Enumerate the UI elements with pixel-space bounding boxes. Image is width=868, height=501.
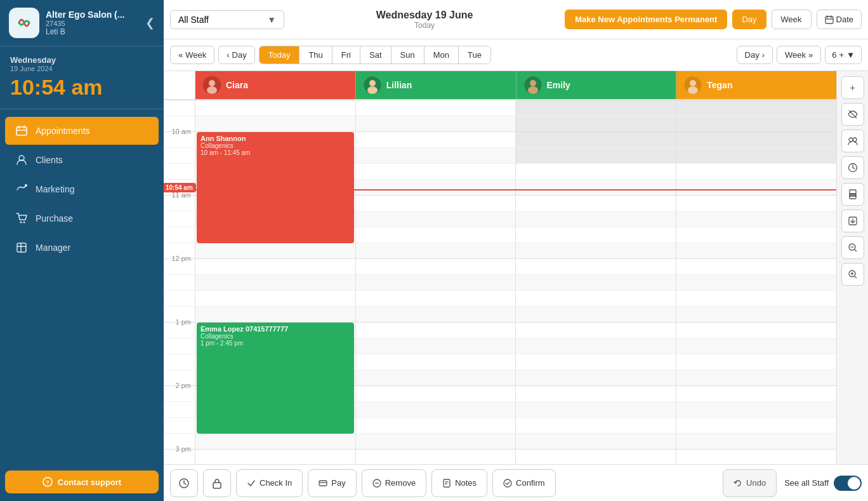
time-slot[interactable] xyxy=(356,275,516,291)
time-slot[interactable] xyxy=(195,100,355,116)
see-all-staff-toggle[interactable] xyxy=(834,476,862,491)
time-slot[interactable] xyxy=(676,338,837,354)
hide-button[interactable] xyxy=(841,103,864,126)
time-slot[interactable] xyxy=(676,323,837,338)
time-slot[interactable] xyxy=(195,450,355,464)
time-slot[interactable] xyxy=(516,243,676,259)
time-slot[interactable] xyxy=(676,132,837,148)
tab-tue[interactable]: Tue xyxy=(459,46,490,63)
time-slot[interactable] xyxy=(516,180,676,196)
print-button[interactable] xyxy=(841,183,864,206)
sidebar-item-clients[interactable]: Clients xyxy=(5,146,159,174)
tab-sat[interactable]: Sat xyxy=(360,46,391,63)
time-slot[interactable] xyxy=(356,386,516,402)
make-permanent-button[interactable]: Make New Appointments Permanent xyxy=(565,10,727,29)
tab-mon[interactable]: Mon xyxy=(424,46,459,63)
appointment[interactable]: Emma Lopez 07415777777Collagenics1 pm - … xyxy=(197,323,354,434)
nav-day-fwd-button[interactable]: Day › xyxy=(737,46,773,64)
time-slot[interactable] xyxy=(676,243,837,259)
sidebar-item-purchase[interactable]: Purchase xyxy=(5,204,159,232)
time-slot[interactable] xyxy=(676,434,837,450)
time-slot[interactable] xyxy=(676,402,837,418)
time-slot[interactable] xyxy=(516,354,676,370)
date-button[interactable]: Date xyxy=(817,10,862,29)
lock-icon-button[interactable] xyxy=(203,469,231,497)
time-slot[interactable] xyxy=(516,275,676,291)
tab-fri[interactable]: Fri xyxy=(332,46,360,63)
time-slot[interactable] xyxy=(195,275,355,291)
pay-button[interactable]: Pay xyxy=(308,469,356,497)
sidebar-item-manager[interactable]: Manager xyxy=(5,234,159,262)
view-week-button[interactable]: Week xyxy=(772,10,812,29)
time-slot[interactable] xyxy=(676,450,837,464)
notes-button[interactable]: Notes xyxy=(431,469,487,497)
time-slot[interactable] xyxy=(356,116,516,132)
check-in-button[interactable]: Check In xyxy=(236,469,303,497)
time-slot[interactable] xyxy=(195,116,355,132)
undo-button[interactable]: Undo xyxy=(723,469,777,497)
time-slot[interactable] xyxy=(356,434,516,450)
time-slot[interactable] xyxy=(356,164,516,180)
time-slot[interactable] xyxy=(356,243,516,259)
tab-thu[interactable]: Thu xyxy=(299,46,332,63)
sidebar-item-marketing[interactable]: Marketing xyxy=(5,175,159,203)
time-slot[interactable] xyxy=(516,196,676,211)
zoom-out-button[interactable] xyxy=(841,236,864,259)
time-slot[interactable] xyxy=(676,259,837,275)
time-slot[interactable] xyxy=(356,148,516,164)
time-slot[interactable] xyxy=(676,211,837,227)
time-slot[interactable] xyxy=(676,275,837,291)
time-slot[interactable] xyxy=(516,338,676,354)
time-slot[interactable] xyxy=(516,164,676,180)
time-slot[interactable] xyxy=(356,180,516,196)
time-slot[interactable] xyxy=(356,418,516,434)
time-slot[interactable] xyxy=(676,227,837,243)
sidebar-collapse-btn[interactable]: ❮ xyxy=(145,16,155,30)
nav-day-back-button[interactable]: ‹ Day xyxy=(218,46,254,64)
time-slot[interactable] xyxy=(516,307,676,323)
tab-today[interactable]: Today xyxy=(260,46,300,63)
time-slot[interactable] xyxy=(516,211,676,227)
time-slot[interactable] xyxy=(676,148,837,164)
time-slot[interactable] xyxy=(356,211,516,227)
time-slot[interactable] xyxy=(676,354,837,370)
time-slot[interactable] xyxy=(516,116,676,132)
time-slot[interactable] xyxy=(516,323,676,338)
time-slot[interactable] xyxy=(516,450,676,464)
time-slot[interactable] xyxy=(356,354,516,370)
time-slot[interactable] xyxy=(516,434,676,450)
time-slot[interactable] xyxy=(676,370,837,386)
time-slot[interactable] xyxy=(356,132,516,148)
time-slot[interactable] xyxy=(676,291,837,307)
confirm-button[interactable]: Confirm xyxy=(492,469,556,497)
group-button[interactable] xyxy=(841,130,864,152)
appointment[interactable]: Ann ShannonCollagenics10 am - 11:45 am xyxy=(197,132,354,243)
time-slot[interactable] xyxy=(356,338,516,354)
clock-icon-button[interactable] xyxy=(170,469,198,497)
time-slot[interactable] xyxy=(195,243,355,259)
time-slot[interactable] xyxy=(516,227,676,243)
time-slot[interactable] xyxy=(516,148,676,164)
time-slot[interactable] xyxy=(356,196,516,211)
time-slot[interactable] xyxy=(356,100,516,116)
time-slot[interactable] xyxy=(676,418,837,434)
time-slot[interactable] xyxy=(516,418,676,434)
time-slot[interactable] xyxy=(516,402,676,418)
time-slot[interactable] xyxy=(195,307,355,323)
contact-support-button[interactable]: ? Contact support xyxy=(5,471,159,493)
time-slot[interactable] xyxy=(676,196,837,211)
time-slot[interactable] xyxy=(356,450,516,464)
nav-week-back-button[interactable]: « Week xyxy=(170,46,214,64)
time-slot[interactable] xyxy=(195,291,355,307)
time-slot[interactable] xyxy=(356,291,516,307)
time-slot[interactable] xyxy=(356,259,516,275)
tab-sun[interactable]: Sun xyxy=(391,46,424,63)
time-slot[interactable] xyxy=(676,180,837,196)
staff-select[interactable]: All Staff ▼ xyxy=(170,10,284,29)
nav-week-fwd-button[interactable]: Week » xyxy=(777,46,821,64)
export-button[interactable] xyxy=(841,210,864,232)
time-slot[interactable] xyxy=(356,227,516,243)
time-slot[interactable] xyxy=(676,307,837,323)
time-slot[interactable] xyxy=(676,116,837,132)
zoom-in-button[interactable] xyxy=(841,263,864,286)
